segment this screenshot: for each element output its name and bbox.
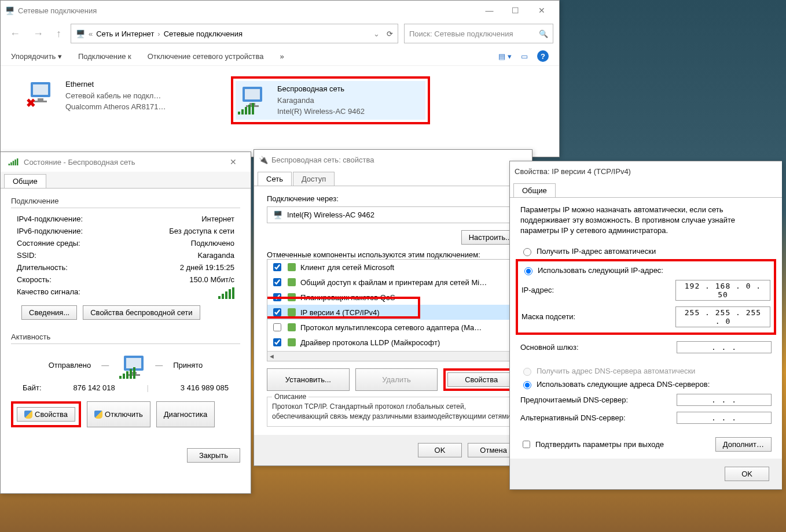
component-item[interactable]: Планировщик пакетов QoS [267,290,519,305]
component-item[interactable]: Драйвер протокола LLDP (Майкрософт) [267,335,519,350]
breadcrumb-icon: 🖥️ [76,29,85,38]
disable-button[interactable]: Отключить [87,401,150,427]
search-input[interactable]: Поиск: Сетевые подключения 🔍 [404,24,553,43]
signal-icon [119,367,135,379]
remove-button[interactable]: Удалить [355,368,438,391]
description-box: Описание Протокол TCP/IP. Стандартный пр… [267,397,519,427]
radio-auto-dns[interactable]: Получить адрес DNS-сервера автоматически [520,364,772,378]
checkbox[interactable] [273,263,281,271]
radio-static-ip[interactable]: Использовать следующий IP-адрес: [521,264,770,277]
mask-input[interactable]: 255 . 255 . 255 . 0 [675,306,770,327]
back-button[interactable]: ← [6,28,24,40]
ip-input[interactable]: 192 . 168 . 0 . 50 [675,280,770,301]
svg-rect-1 [33,84,48,95]
minimize-button[interactable]: — [476,3,502,18]
network-icon: 🖥️ [5,6,14,15]
preview-pane-icon[interactable]: ▭ [521,52,528,61]
ok-button[interactable]: OK [725,467,769,481]
connect-via-label: Подключение через: [267,194,519,203]
ip-label: IP-адрес: [521,286,554,294]
preamble-text: Параметры IP можно назначать автоматичес… [520,205,772,237]
details-button[interactable]: Сведения... [21,305,77,320]
tab-network[interactable]: Сеть [258,172,292,186]
component-item[interactable]: Протокол мультиплексора сетевого адаптер… [267,320,519,335]
ethernet-icon: ✖ [26,79,57,110]
maximize-button[interactable]: ☐ [502,3,528,18]
up-button[interactable]: ↑ [53,28,65,40]
wifi-item[interactable]: Беспроводная сеть Karaganda Intel(R) Wir… [236,81,425,120]
dns1-input[interactable]: . . . [677,394,772,406]
ethernet-item[interactable]: ✖ Ethernet Сетевой кабель не подкл… Qual… [24,76,202,115]
checkbox[interactable] [273,308,281,316]
close-button[interactable]: ✕ [220,154,246,169]
adapter-name: Intel(R) Wireless-AC 9462 [287,210,374,219]
breadcrumb[interactable]: 🖥️ « Сеть и Интернет › Сетевые подключен… [71,24,398,43]
disable-device-button[interactable]: Отключение сетевого устройства [148,52,264,61]
organize-menu[interactable]: Упорядочить ▾ [11,52,62,61]
item-label: IP версии 4 (TCP/IPv4) [300,308,380,317]
svg-rect-2 [38,98,43,101]
ipv4-properties-window: Свойства: IP версии 4 (TCP/IPv4) Общие П… [509,161,782,490]
view-icon[interactable]: ▤ ▾ [498,52,512,61]
close-button[interactable]: Закрыть [187,448,240,463]
component-item[interactable]: Общий доступ к файлам и принтерам для се… [267,275,519,290]
gateway-input[interactable]: . . . [677,341,772,353]
connect-to-button[interactable]: Подключение к [78,52,131,61]
label: Состояние среды: [17,239,80,247]
scrollbar-horizontal[interactable]: ◄► [267,351,519,361]
highlight-props: Свойства [443,368,519,391]
component-item-ipv4[interactable]: IP версии 4 (TCP/IPv4) [267,305,519,320]
diagnostics-button[interactable]: Диагностика [156,401,215,427]
gateway-label: Основной шлюз: [520,343,579,352]
radio[interactable] [523,381,531,389]
tab-general[interactable]: Общие [513,183,556,197]
checkbox[interactable] [273,338,281,346]
forward-button[interactable]: → [30,28,47,40]
titlebar: 🖥️ Сетевые подключения — ☐ ✕ [1,1,559,20]
breadcrumb-part[interactable]: Сеть и Интернет [96,29,154,38]
highlight-static-ip: Использовать следующий IP-адрес: IP-адре… [516,259,776,335]
radio-static-dns[interactable]: Использовать следующие адреса DNS-сервер… [520,378,772,391]
item-label: Клиент для сетей Microsoft [300,263,394,272]
error-icon: ✖ [26,96,36,110]
dns1-label: Предпочитаемый DNS-сервер: [520,396,628,404]
breadcrumb-part[interactable]: Сетевые подключения [164,29,243,38]
signal-icon [218,287,234,299]
ok-button[interactable]: OK [418,443,462,457]
radio-auto-ip[interactable]: Получить IP-адрес автоматически [520,245,772,258]
more-menu[interactable]: » [280,52,284,61]
svg-rect-3 [34,101,47,102]
recv-value: 3 416 989 085 [181,383,229,392]
checkbox[interactable] [273,278,281,286]
checkbox[interactable] [273,323,281,331]
item-name: Ethernet [65,79,166,90]
component-item[interactable]: Клиент для сетей Microsoft [267,260,519,275]
advanced-button[interactable]: Дополнит… [715,437,772,452]
svg-rect-5 [245,89,260,99]
protocol-icon [288,323,296,331]
dropdown-icon[interactable]: ⌄ [373,29,380,38]
value: 150.0 Мбит/с [189,275,234,284]
checkbox[interactable] [523,441,530,448]
checkbox[interactable] [273,293,281,301]
radio-label: Использовать следующие адреса DNS-сервер… [537,380,710,389]
refresh-icon[interactable]: ⟳ [387,29,393,38]
search-placeholder: Поиск: Сетевые подключения [409,29,513,38]
tabs: Общие [510,181,782,198]
tab-general[interactable]: Общие [4,174,46,188]
install-button[interactable]: Установить... [267,368,350,391]
properties-button[interactable]: Свойства [17,407,75,422]
wireless-props-button[interactable]: Свойства беспроводной сети [83,305,200,320]
radio[interactable] [523,248,531,256]
help-icon[interactable]: ? [537,50,549,62]
item-status: Сетевой кабель не подкл… [65,90,166,102]
validate-checkbox[interactable]: Подтвердить параметры при выходе [520,439,664,450]
item-label: Протокол мультиплексора сетевого адаптер… [300,323,482,332]
components-list: Клиент для сетей Microsoft Общий доступ … [267,259,519,361]
radio[interactable] [524,267,532,275]
tab-access[interactable]: Доступ [293,172,335,186]
properties-button[interactable]: Свойства [447,372,515,387]
dns2-input[interactable]: . . . [677,412,772,424]
titlebar: 🔌 Беспроводная сеть: свойства [254,150,532,169]
close-button[interactable]: ✕ [528,3,554,18]
